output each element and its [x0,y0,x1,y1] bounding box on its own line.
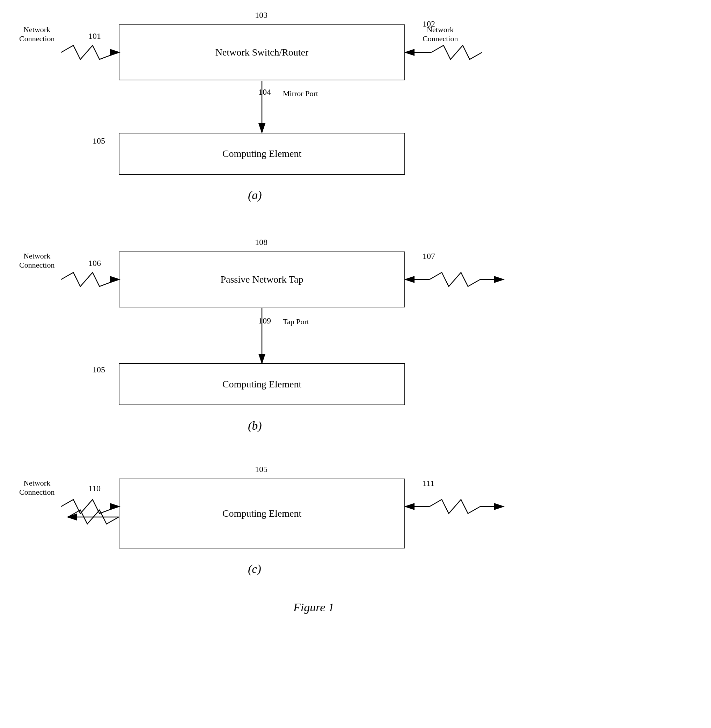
ref-108: 108 [255,238,267,247]
computing-element-box-b: Computing Element [119,363,405,405]
ref-105-c: 105 [255,465,267,474]
network-switch-router-label: Network Switch/Router [215,47,309,58]
ref-103: 103 [255,10,267,20]
ref-110: 110 [89,484,100,493]
ref-111: 111 [423,478,434,488]
computing-element-label-a: Computing Element [223,148,301,159]
page: Network Switch/Router Computing Element … [0,0,711,728]
figure-label: Figure 1 [294,601,334,614]
ref-101: 101 [89,31,101,41]
network-conn-left-b: NetworkConnection [19,251,55,270]
network-switch-router-box: Network Switch/Router [119,24,405,80]
network-conn-left-a: NetworkConnection [19,25,55,44]
computing-element-label-b: Computing Element [223,379,301,390]
section-b-label: (b) [248,419,262,433]
ref-106: 106 [89,258,101,268]
computing-element-box-a: Computing Element [119,133,405,175]
mirror-port-label: Mirror Port [283,89,318,98]
network-conn-left-c: NetworkConnection [19,478,55,497]
ref-105-b: 105 [93,365,105,375]
section-a-label: (a) [248,189,262,202]
computing-element-label-c: Computing Element [223,508,301,519]
ref-104-a: 104 [258,87,271,97]
section-c-label: (c) [248,563,261,576]
ref-109: 109 [258,316,271,326]
passive-network-tap-box: Passive Network Tap [119,251,405,307]
passive-network-tap-label: Passive Network Tap [220,274,303,285]
ref-105-a: 105 [93,136,105,146]
tap-port-label: Tap Port [283,317,309,326]
ref-107: 107 [423,251,435,261]
network-conn-right-a: NetworkConnection [423,25,458,44]
computing-element-box-c: Computing Element [119,478,405,548]
